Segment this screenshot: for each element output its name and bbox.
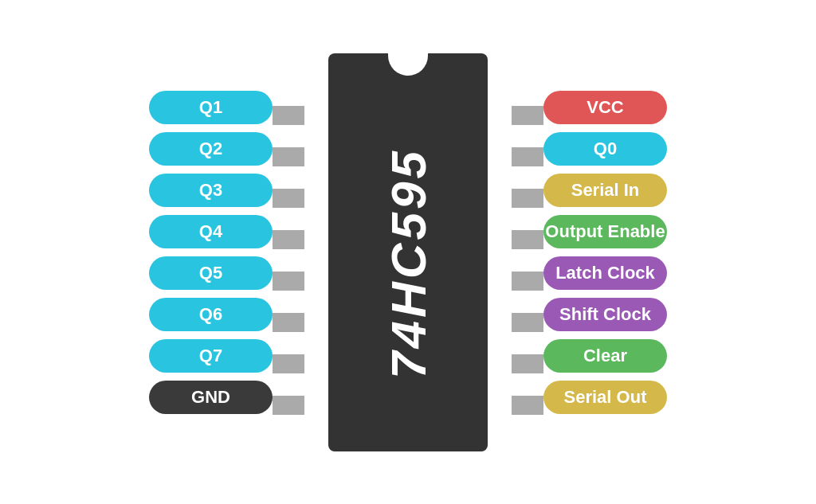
pin-num-9: 9 [488,397,512,414]
ic-label: 74HC595 [380,148,437,379]
stub-row-13: 13 [488,219,543,260]
pin-num-3: 3 [304,189,328,207]
stub-row-8: 8 [273,385,328,426]
stub-row-9: 9 [488,385,543,426]
pin-label-Q1: Q1 [149,91,273,124]
wire-5 [273,272,304,291]
stub-row-5: 5 [273,260,328,302]
ic-area: 1 2 3 4 5 [273,53,543,451]
pin-label-Q4: Q4 [149,215,273,248]
stub-row-7: 7 [273,343,328,385]
stub-row-10: 10 [488,343,543,385]
pin-num-4: 4 [304,231,328,248]
wire-14 [512,189,543,208]
diagram-container: Q1 Q2 Q3 Q4 Q5 Q6 Q7 GND 1 2 [0,0,816,504]
left-pins-column: Q1 Q2 Q3 Q4 Q5 Q6 Q7 GND [149,91,273,414]
pin-label-output-enable: Output Enable [543,215,667,248]
pin-label-Q0: Q0 [543,132,667,166]
pin-num-10: 10 [488,355,512,373]
wire-15 [512,147,543,166]
stub-row-14: 14 [488,178,543,219]
stub-row-15: 15 [488,136,543,178]
pin-label-serial-out: Serial Out [543,381,667,414]
pin-label-serial-in: Serial In [543,174,667,207]
pin-label-clear: Clear [543,339,667,373]
pin-num-15: 15 [488,148,512,166]
pin-num-13: 13 [488,231,512,248]
right-stubs: 16 15 14 13 12 [488,53,543,451]
ic-body: 74HC595 [328,53,488,451]
wire-11 [512,313,543,332]
wire-3 [273,189,304,208]
pin-label-Q6: Q6 [149,298,273,331]
stub-row-6: 6 [273,302,328,343]
pin-label-Q7: Q7 [149,339,273,373]
wire-7 [273,354,304,373]
pin-label-latch-clock: Latch Clock [543,256,667,290]
pin-label-shift-clock: Shift Clock [543,298,667,331]
pin-num-11: 11 [488,314,512,331]
stub-row-12: 12 [488,260,543,302]
pin-num-6: 6 [304,314,328,331]
stub-row-4: 4 [273,219,328,260]
pin-num-5: 5 [304,272,328,290]
wire-1 [273,106,304,125]
pin-label-Q5: Q5 [149,256,273,290]
pin-num-12: 12 [488,272,512,290]
wire-6 [273,313,304,332]
left-stubs: 1 2 3 4 5 [273,53,328,451]
stub-row-11: 11 [488,302,543,343]
wire-10 [512,354,543,373]
stub-row-2: 2 [273,136,328,178]
wire-4 [273,230,304,249]
pin-num-7: 7 [304,355,328,373]
stub-row-16: 16 [488,95,543,136]
pin-label-Q3: Q3 [149,174,273,207]
wire-16 [512,106,543,125]
wire-12 [512,272,543,291]
pin-label-VCC: VCC [543,91,667,124]
right-pins-column: VCC Q0 Serial In Output Enable Latch Clo… [543,91,667,414]
pin-label-GND: GND [149,381,273,414]
pin-num-16: 16 [488,107,512,124]
pin-num-8: 8 [304,397,328,414]
wire-9 [512,396,543,415]
wire-2 [273,147,304,166]
wire-8 [273,396,304,415]
pin-num-1: 1 [304,107,328,124]
stub-row-1: 1 [273,95,328,136]
pin-label-Q2: Q2 [149,132,273,166]
ic-notch [388,53,428,76]
stub-row-3: 3 [273,178,328,219]
wire-13 [512,230,543,249]
pin-num-14: 14 [488,189,512,207]
pin-num-2: 2 [304,148,328,166]
ic-text-area: 74HC595 [380,76,437,451]
